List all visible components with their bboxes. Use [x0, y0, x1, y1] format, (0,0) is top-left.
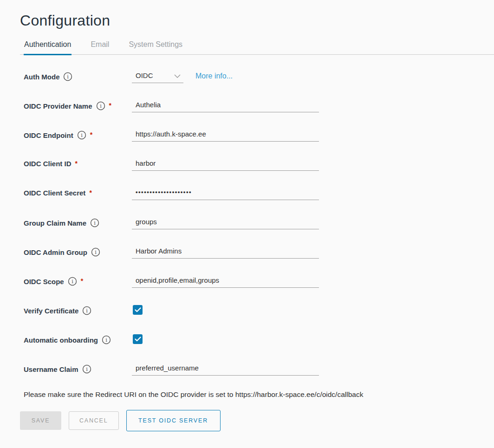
oidc-client-id-input[interactable]: harbor	[132, 156, 319, 171]
oidc-client-id-label: OIDC Client ID	[24, 160, 72, 168]
group-claim-name-control: groups	[132, 215, 494, 229]
automatic-onboarding-checkbox[interactable]	[133, 334, 143, 344]
svg-text:i: i	[81, 132, 83, 138]
form-row-oidc-admin-group: OIDC Admin GroupiHarbor Admins	[24, 244, 494, 263]
cancel-button[interactable]: CANCEL	[69, 411, 119, 430]
field-label-group: OIDC Provider Namei*	[24, 98, 132, 110]
auth-mode-select[interactable]: OIDC	[132, 69, 183, 83]
form-row-oidc-scope: OIDC Scopei*openid,profile,email,groups	[24, 273, 494, 292]
svg-text:i: i	[86, 307, 88, 314]
oidc-client-secret-control: ••••••••••••••••••••	[132, 186, 494, 200]
required-asterisk: *	[109, 102, 111, 109]
oidc-scope-label: OIDC Scope	[24, 278, 64, 286]
verify-certificate-control	[132, 303, 494, 315]
oidc-scope-input[interactable]: openid,profile,email,groups	[132, 273, 319, 288]
oidc-client-secret-input[interactable]: ••••••••••••••••••••	[132, 186, 319, 200]
group-claim-name-label: Group Claim Name	[24, 219, 86, 227]
svg-text:i: i	[105, 337, 107, 343]
svg-text:i: i	[86, 366, 88, 372]
oidc-admin-group-label: OIDC Admin Group	[24, 248, 87, 256]
action-bar: SAVE CANCEL TEST OIDC SERVER	[20, 410, 494, 431]
form-row-verify-certificate: Verify Certificatei	[24, 303, 494, 322]
oidc-admin-group-control: Harbor Admins	[132, 244, 494, 259]
info-icon[interactable]: i	[102, 335, 111, 344]
svg-text:i: i	[72, 278, 73, 285]
redirect-uri-note: Please make sure the Redirect URI on the…	[20, 390, 494, 399]
info-icon[interactable]: i	[77, 130, 86, 140]
form-row-automatic-onboarding: Automatic onboardingi	[24, 332, 494, 351]
oidc-endpoint-control: https://auth.k-space.ee	[132, 127, 494, 142]
form-row-oidc-client-secret: OIDC Client Secret*••••••••••••••••••••	[24, 186, 494, 205]
info-icon[interactable]: i	[96, 101, 105, 110]
automatic-onboarding-control	[132, 332, 494, 344]
info-icon[interactable]: i	[82, 364, 91, 374]
tab-bar: Authentication Email System Settings	[20, 38, 494, 55]
oidc-endpoint-input[interactable]: https://auth.k-space.ee	[132, 127, 319, 142]
field-label-group: OIDC Client Secret*	[24, 186, 132, 197]
auth-mode-label: Auth Mode	[24, 73, 59, 81]
test-oidc-server-button[interactable]: TEST OIDC SERVER	[126, 410, 221, 431]
auth-mode-control: OIDCMore info...	[132, 69, 494, 83]
configuration-page: Configuration Authentication Email Syste…	[0, 0, 494, 431]
form-row-oidc-client-id: OIDC Client ID*harbor	[24, 156, 494, 175]
field-label-group: Group Claim Namei	[24, 215, 132, 227]
form-row-group-claim-name: Group Claim Nameigroups	[24, 215, 494, 234]
oidc-provider-name-input[interactable]: Authelia	[132, 98, 319, 112]
required-asterisk: *	[81, 277, 83, 285]
svg-text:i: i	[100, 103, 102, 109]
auth-settings-form: Auth ModeiOIDCMore info...OIDC Provider …	[20, 69, 494, 380]
tab-email[interactable]: Email	[90, 38, 110, 55]
group-claim-name-input[interactable]: groups	[132, 215, 319, 229]
oidc-provider-name-label: OIDC Provider Name	[24, 102, 92, 110]
required-asterisk: *	[75, 160, 78, 167]
oidc-scope-control: openid,profile,email,groups	[132, 273, 494, 288]
field-label-group: Auth Modei	[24, 69, 132, 81]
field-label-group: Automatic onboardingi	[24, 332, 132, 344]
auth-mode-selected-value: OIDC	[136, 71, 153, 79]
tab-authentication[interactable]: Authentication	[24, 38, 72, 55]
username-claim-input[interactable]: preferred_username	[132, 361, 319, 376]
info-icon[interactable]: i	[91, 247, 100, 257]
field-label-group: Verify Certificatei	[24, 303, 132, 315]
svg-text:i: i	[95, 249, 97, 255]
verify-certificate-checkbox[interactable]	[133, 305, 143, 315]
info-icon[interactable]: i	[63, 72, 72, 81]
more-info-link[interactable]: More info...	[195, 72, 233, 80]
chevron-down-icon	[174, 71, 181, 79]
save-button[interactable]: SAVE	[20, 411, 61, 430]
oidc-provider-name-control: Authelia	[132, 98, 494, 112]
field-label-group: OIDC Admin Groupi	[24, 244, 132, 257]
page-title: Configuration	[20, 12, 494, 29]
field-label-group: OIDC Endpointi*	[24, 127, 132, 140]
oidc-admin-group-input[interactable]: Harbor Admins	[132, 244, 319, 259]
username-claim-label: Username Claim	[24, 365, 78, 373]
form-row-oidc-endpoint: OIDC Endpointi*https://auth.k-space.ee	[24, 127, 494, 146]
svg-text:i: i	[67, 73, 69, 80]
checkmark-icon	[135, 335, 141, 344]
required-asterisk: *	[90, 131, 92, 138]
svg-text:i: i	[94, 220, 96, 226]
field-label-group: OIDC Client ID*	[24, 156, 132, 168]
field-label-group: OIDC Scopei*	[24, 273, 132, 286]
oidc-client-id-control: harbor	[132, 156, 494, 171]
info-icon[interactable]: i	[82, 306, 91, 315]
oidc-client-secret-label: OIDC Client Secret	[24, 189, 85, 197]
oidc-endpoint-label: OIDC Endpoint	[24, 131, 73, 139]
checkmark-icon	[135, 306, 141, 314]
automatic-onboarding-label: Automatic onboarding	[24, 336, 98, 344]
info-icon[interactable]: i	[90, 218, 99, 227]
form-row-auth-mode: Auth ModeiOIDCMore info...	[24, 69, 494, 88]
verify-certificate-label: Verify Certificate	[24, 307, 78, 315]
required-asterisk: *	[89, 189, 91, 196]
info-icon[interactable]: i	[68, 277, 77, 286]
tab-system-settings[interactable]: System Settings	[128, 38, 183, 55]
username-claim-control: preferred_username	[132, 361, 494, 376]
form-row-oidc-provider-name: OIDC Provider Namei*Authelia	[24, 98, 494, 117]
form-row-username-claim: Username Claimipreferred_username	[24, 361, 494, 380]
field-label-group: Username Claimi	[24, 361, 132, 374]
